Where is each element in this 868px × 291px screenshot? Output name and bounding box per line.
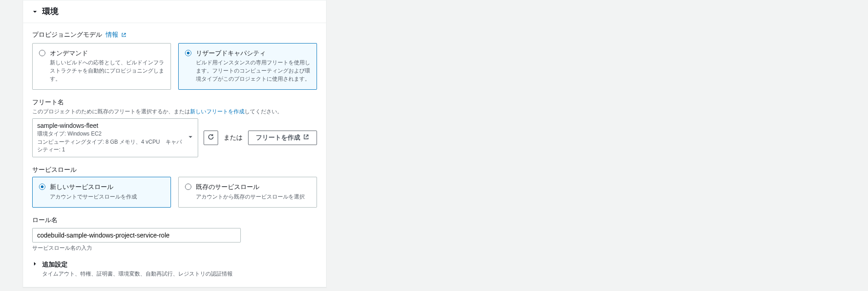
service-role-new-title: 新しいサービスロール: [50, 183, 164, 192]
role-name-label: ロール名: [32, 216, 317, 225]
fleet-name-group: フリート名 このプロジェクトのために既存のフリートを選択するか、または新しいフリ…: [32, 98, 317, 157]
create-new-fleet-link[interactable]: 新しいフリートを作成: [190, 108, 244, 115]
refresh-button[interactable]: [204, 131, 218, 145]
fleet-hint-prefix: このプロジェクトのために既存のフリートを選択するか、または: [32, 108, 190, 115]
role-name-group: ロール名 サービスロール名の入力: [32, 216, 317, 252]
provisioning-info-text: 情報: [106, 31, 118, 38]
radio-icon: [185, 184, 191, 190]
create-fleet-button[interactable]: フリートを作成: [248, 131, 317, 145]
role-name-input[interactable]: [32, 228, 241, 242]
fleet-select-compute: コンピューティングタイプ: 8 GB メモリ、4 vCPU キャパシティー: 1: [37, 138, 185, 154]
external-link-icon: [121, 31, 127, 40]
service-role-group: サービスロール 新しいサービスロール アカウントでサービスロールを作成 既存のサ…: [32, 165, 317, 208]
provisioning-option-reserved-desc: ビルド用インスタンスの専用フリートを使用します。フリートのコンピューティングおよ…: [196, 58, 310, 83]
fleet-name-hint: このプロジェクトのために既存のフリートを選択するか、または新しいフリートを作成し…: [32, 108, 317, 116]
refresh-icon: [207, 133, 215, 142]
additional-settings-section: 追加設定 タイムアウト、特権、証明書、環境変数、自動再試行、レジストリの認証情報: [32, 260, 317, 277]
provisioning-options: オンデマンド 新しいビルドへの応答として、ビルドインフラストラクチャを自動的にプ…: [32, 43, 317, 90]
service-role-label: サービスロール: [32, 165, 317, 175]
provisioning-model-label-text: プロビジョニングモデル: [32, 31, 102, 38]
additional-settings-desc: タイムアウト、特権、証明書、環境変数、自動再試行、レジストリの認証情報: [42, 270, 317, 278]
environment-panel: 環境 プロビジョニングモデル 情報: [23, 0, 327, 287]
fleet-hint-suffix: してください。: [244, 108, 283, 115]
role-name-hint: サービスロール名の入力: [32, 244, 317, 252]
provisioning-model-label: プロビジョニングモデル 情報: [32, 30, 317, 40]
provisioning-option-ondemand[interactable]: オンデマンド 新しいビルドへの応答として、ビルドインフラストラクチャを自動的にプ…: [32, 43, 171, 90]
fleet-row: sample-windows-fleet 環境タイプ: Windows EC2 …: [32, 118, 317, 157]
provisioning-option-ondemand-desc: 新しいビルドへの応答として、ビルドインフラストラクチャを自動的にプロビジョニング…: [50, 58, 164, 83]
provisioning-info-link[interactable]: 情報: [106, 31, 127, 38]
radio-icon: [39, 50, 45, 56]
radio-icon: [185, 50, 191, 56]
provisioning-option-ondemand-title: オンデマンド: [50, 49, 164, 58]
provisioning-option-reserved-title: リザーブドキャパシティ: [196, 49, 310, 58]
fleet-or-text: または: [224, 133, 243, 142]
radio-icon: [39, 184, 45, 190]
service-role-options: 新しいサービスロール アカウントでサービスロールを作成 既存のサービスロール ア…: [32, 177, 317, 208]
caret-right-icon: [32, 260, 38, 269]
additional-settings-toggle[interactable]: 追加設定: [32, 260, 317, 269]
additional-settings-title: 追加設定: [42, 260, 68, 269]
fleet-select[interactable]: sample-windows-fleet 環境タイプ: Windows EC2 …: [32, 118, 198, 157]
service-role-new-desc: アカウントでサービスロールを作成: [50, 193, 164, 201]
external-link-icon: [303, 134, 309, 141]
service-role-option-existing[interactable]: 既存のサービスロール アカウントから既存のサービスロールを選択: [178, 177, 317, 208]
create-fleet-button-label: フリートを作成: [256, 134, 300, 142]
fleet-select-envtype: 環境タイプ: Windows EC2: [37, 130, 185, 138]
service-role-existing-desc: アカウントから既存のサービスロールを選択: [196, 193, 310, 201]
chevron-down-icon: [188, 133, 193, 142]
environment-panel-body: プロビジョニングモデル 情報 オンデマンド: [23, 23, 326, 286]
caret-down-icon: [32, 9, 38, 15]
provisioning-option-reserved[interactable]: リザーブドキャパシティ ビルド用インスタンスの専用フリートを使用します。フリート…: [178, 43, 317, 90]
service-role-option-new[interactable]: 新しいサービスロール アカウントでサービスロールを作成: [32, 177, 171, 208]
environment-panel-header[interactable]: 環境: [23, 0, 326, 23]
fleet-name-label: フリート名: [32, 98, 317, 107]
environment-panel-title: 環境: [42, 6, 59, 17]
provisioning-model-group: プロビジョニングモデル 情報 オンデマンド: [32, 30, 317, 90]
fleet-select-value: sample-windows-fleet: [37, 121, 185, 131]
service-role-existing-title: 既存のサービスロール: [196, 183, 310, 192]
